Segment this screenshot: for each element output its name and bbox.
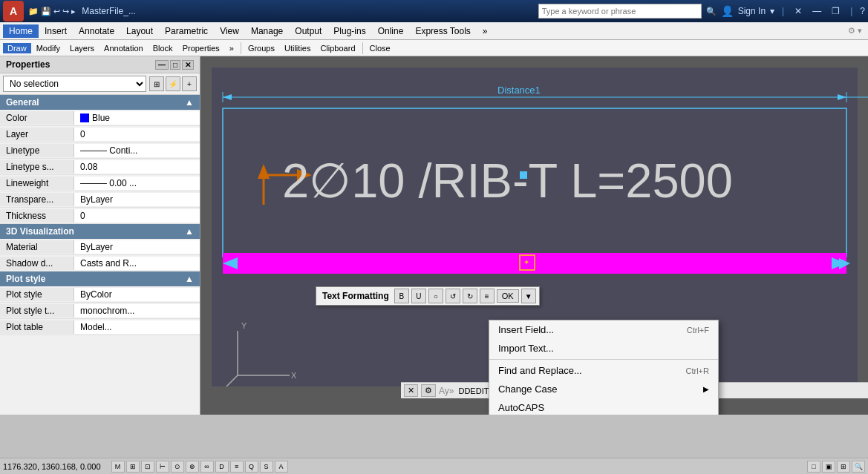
menu-express-tools[interactable]: Express Tools: [409, 24, 476, 38]
dropdown-menu-btn[interactable]: ▼: [521, 289, 536, 303]
osnap-btn[interactable]: ⊕: [186, 461, 199, 473]
status-bar: 1176.320, 1360.168, 0.000 M ⊞ ⊡ ⊢ ⊙ ⊕ ∞ …: [0, 458, 868, 474]
otrack-btn[interactable]: ∞: [200, 461, 214, 473]
section-3d[interactable]: 3D Visualization ▲: [0, 224, 200, 239]
sub-layers[interactable]: Layers: [65, 43, 99, 53]
section-collapse-icon2: ▲: [185, 226, 194, 237]
context-menu: Insert Field... Ctrl+F Import Text... Fi…: [489, 320, 719, 415]
cmd-tool-btn[interactable]: ⚙: [421, 384, 436, 397]
sub-close[interactable]: Close: [365, 43, 395, 53]
menu-overflow[interactable]: »: [477, 24, 494, 38]
menu-annotate[interactable]: Annotate: [73, 24, 120, 38]
toolbar-divider: [241, 42, 241, 54]
canvas-area: Distance1 2∅10 /RIB-T L=2500 ✦: [200, 56, 868, 415]
qp-btn[interactable]: Q: [245, 461, 258, 473]
ctx-change-case[interactable]: Change Case ▶: [489, 380, 718, 398]
prop-linetype: Linetype ——— Conti...: [0, 142, 200, 159]
ok-btn[interactable]: OK: [497, 289, 519, 303]
prop-plot-style-table: Plot style t... monochrom...: [0, 303, 200, 319]
keyword-search-input[interactable]: [538, 4, 702, 19]
sub-toolbar: Draw Modify Layers Annotation Block Prop…: [0, 40, 868, 56]
panel-minimize-btn[interactable]: —: [155, 60, 169, 70]
sc-btn[interactable]: S: [260, 461, 273, 473]
menu-manage[interactable]: Manage: [245, 24, 289, 38]
ctx-find-replace[interactable]: Find and Replace... Ctrl+R: [489, 361, 718, 380]
menu-parametric[interactable]: Parametric: [159, 24, 214, 38]
ctx-import-text[interactable]: Import Text...: [489, 339, 718, 358]
view-icon3[interactable]: ⊞: [837, 461, 850, 473]
sign-in-btn[interactable]: Sign In: [738, 6, 766, 16]
zoom-icon[interactable]: 🔍: [852, 461, 865, 473]
ctx-sep1: [489, 359, 718, 360]
snap-btn[interactable]: ⊡: [141, 461, 154, 473]
sub-block[interactable]: Block: [149, 43, 177, 53]
menu-bar: Home Insert Annotate Layout Parametric V…: [0, 22, 868, 40]
format-btn[interactable]: ≡: [480, 289, 495, 303]
close-btn[interactable]: ✕: [792, 6, 805, 16]
menu-home[interactable]: Home: [3, 24, 39, 38]
menu-online[interactable]: Online: [372, 24, 410, 38]
restore-btn[interactable]: ❐: [829, 6, 843, 16]
sub-draw[interactable]: Draw: [3, 43, 31, 53]
view-icon1[interactable]: □: [807, 461, 820, 473]
menu-output[interactable]: Output: [289, 24, 327, 38]
section-collapse-icon: ▲: [185, 97, 194, 108]
workspace-btn[interactable]: ⚙ ▾: [845, 26, 865, 36]
prop-color: Color Blue: [0, 110, 200, 126]
section-plot[interactable]: Plot style ▲: [0, 271, 200, 286]
lweight-btn[interactable]: ≡: [230, 461, 244, 473]
sub-clipboard[interactable]: Clipboard: [316, 43, 359, 53]
menu-plugins[interactable]: Plug-ins: [327, 24, 371, 38]
select-all-icon[interactable]: ⊞: [149, 76, 164, 91]
sub-annotation[interactable]: Annotation: [99, 43, 148, 53]
panel-restore-btn[interactable]: □: [170, 60, 180, 70]
sub-properties[interactable]: Properties: [178, 43, 224, 53]
selection-dropdown[interactable]: No selection: [3, 76, 146, 92]
ctx-autocaps[interactable]: AutoCAPS: [489, 398, 718, 415]
sub-groups[interactable]: Groups: [244, 43, 279, 53]
redo-btn[interactable]: ↻: [463, 289, 477, 303]
prop-plot-style: Plot style ByColor: [0, 286, 200, 303]
bold-btn[interactable]: B: [394, 289, 409, 303]
cmd-icon: Ay»: [439, 386, 454, 396]
menu-insert[interactable]: Insert: [39, 24, 73, 38]
dropdown-arrow[interactable]: ▾: [770, 6, 774, 16]
help-icon[interactable]: ?: [860, 6, 865, 16]
properties-scroll: General ▲ Color Blue Layer 0 Linetype ——…: [0, 95, 200, 415]
am-btn[interactable]: A: [275, 461, 288, 473]
ortho-btn[interactable]: ⊢: [156, 461, 169, 473]
sub-overflow1[interactable]: »: [225, 43, 238, 53]
view-icon2[interactable]: ▣: [822, 461, 835, 473]
polar-btn[interactable]: ⊙: [171, 461, 184, 473]
search-icon[interactable]: 🔍: [706, 7, 717, 16]
dynin-btn[interactable]: D: [215, 461, 229, 473]
prop-lineweight: Lineweight ——— 0.00 ...: [0, 175, 200, 191]
sub-utilities[interactable]: Utilities: [280, 43, 315, 53]
prop-shadow: Shadow d... Casts and R...: [0, 255, 200, 271]
panel-title: Properties — □ ✕: [0, 56, 200, 73]
ctx-insert-field[interactable]: Insert Field... Ctrl+F: [489, 320, 718, 339]
prop-transparency: Transpare... ByLayer: [0, 191, 200, 208]
app-logo: A: [3, 1, 24, 22]
color-swatch: [80, 113, 89, 122]
cmd-close-btn[interactable]: ✕: [404, 384, 418, 397]
menu-view[interactable]: View: [214, 24, 245, 38]
sub-modify[interactable]: Modify: [32, 43, 65, 53]
prop-plot-table: Plot table Model...: [0, 319, 200, 335]
prop-material: Material ByLayer: [0, 239, 200, 255]
other-btn1[interactable]: ○: [428, 289, 443, 303]
minimize-btn[interactable]: —: [809, 6, 824, 16]
svg-text:X: X: [291, 371, 297, 380]
model-tab[interactable]: M: [111, 461, 125, 473]
quick-select-icon[interactable]: ⚡: [166, 76, 180, 91]
prop-thickness: Thickness 0: [0, 208, 200, 224]
selection-row: No selection ⊞ ⚡ +: [0, 73, 200, 95]
underline-btn[interactable]: U: [411, 289, 426, 303]
menu-layout[interactable]: Layout: [120, 24, 159, 38]
pickadd-icon[interactable]: +: [182, 76, 197, 91]
svg-text:✦: ✦: [523, 258, 529, 266]
grid-btn[interactable]: ⊞: [126, 461, 140, 473]
undo-btn[interactable]: ↺: [446, 289, 460, 303]
panel-close-btn[interactable]: ✕: [182, 60, 194, 70]
section-general[interactable]: General ▲: [0, 95, 200, 110]
